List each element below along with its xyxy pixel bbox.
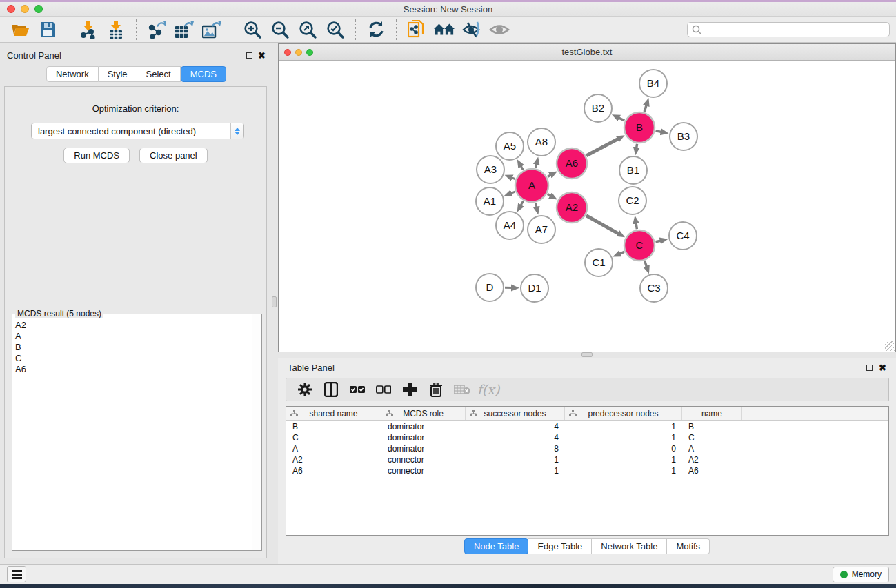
task-history-button[interactable] — [7, 566, 26, 582]
table-cell: C — [286, 433, 381, 443]
table-float-panel-icon[interactable] — [866, 365, 873, 371]
float-panel-icon[interactable] — [246, 52, 252, 59]
criterion-select[interactable]: largest connected component (directed) — [31, 123, 244, 139]
graph-edge-A-A1[interactable] — [510, 192, 515, 194]
control-panel-tabs: NetworkStyleSelectMCDS — [3, 66, 270, 82]
show-graphics-details-icon[interactable] — [489, 19, 510, 40]
zoom-fit-icon[interactable] — [297, 19, 318, 40]
save-session-icon[interactable] — [37, 19, 58, 40]
graph-edge-A-A2[interactable] — [548, 194, 551, 196]
graph-node-label: C2 — [626, 194, 639, 206]
export-table-icon[interactable] — [174, 19, 195, 40]
import-network-icon[interactable] — [78, 19, 99, 40]
table-row[interactable]: Bdominator41B — [286, 421, 888, 432]
tab-motifs[interactable]: Motifs — [667, 538, 710, 554]
zoom-out-icon[interactable] — [270, 19, 290, 40]
zoom-selected-icon[interactable] — [325, 19, 346, 40]
tab-network[interactable]: Network — [46, 66, 99, 82]
graph-edge-A-A5[interactable] — [521, 165, 524, 170]
search-input[interactable] — [701, 25, 885, 34]
import-table-icon[interactable] — [106, 19, 126, 40]
column-type-icon — [569, 410, 577, 417]
table-cell: 1 — [565, 455, 682, 465]
export-network-icon[interactable] — [146, 19, 167, 40]
optimization-criterion-label: Optimization criterion: — [5, 103, 266, 114]
graph-node-label: D1 — [528, 282, 541, 294]
table-row[interactable]: A6connector11A6 — [286, 465, 888, 476]
vertical-splitter-grip[interactable] — [272, 296, 277, 307]
column-header-successor-nodes[interactable]: successor nodes — [466, 407, 565, 420]
graph-edge-B-B4[interactable] — [644, 105, 646, 112]
show-all-panels-icon[interactable] — [434, 19, 455, 40]
tab-mcds[interactable]: MCDS — [181, 66, 226, 82]
tab-node-table[interactable]: Node Table — [464, 538, 529, 554]
select-all-columns-icon[interactable] — [348, 381, 366, 398]
graph-edge-A6-B[interactable] — [586, 139, 619, 156]
window-resize-grip[interactable] — [885, 341, 895, 351]
table-row[interactable]: A2connector11A2 — [286, 454, 888, 465]
refresh-layout-icon[interactable] — [366, 19, 386, 40]
graph-edge-B-B3[interactable] — [656, 131, 662, 132]
graph-edge-A-A7[interactable] — [536, 203, 537, 207]
mcds-result-item[interactable]: A — [15, 331, 252, 342]
create-column-plus-icon[interactable] — [401, 381, 419, 398]
close-panel-icon[interactable]: ✖ — [258, 51, 266, 60]
graph-edge-B-B1[interactable] — [637, 144, 637, 149]
graph-edge-C-C3[interactable] — [645, 261, 647, 267]
tab-select[interactable]: Select — [137, 66, 181, 82]
delete-column-trash-icon[interactable] — [427, 381, 445, 398]
graph-edge-A-A6[interactable] — [548, 174, 551, 176]
graph-edge-C-C2[interactable] — [636, 223, 637, 230]
search-field[interactable] — [687, 22, 890, 37]
export-image-icon[interactable] — [201, 19, 222, 40]
run-mcds-button[interactable]: Run MCDS — [63, 148, 130, 163]
tab-network-table[interactable]: Network Table — [592, 538, 667, 554]
graph-node-label: C1 — [592, 256, 605, 268]
table-cell: connector — [381, 455, 466, 465]
memory-button[interactable]: Memory — [833, 567, 889, 582]
network-canvas[interactable]: AA1A2A3A4A5A6A7A8BB1B2B3B4CC1C2C3C4DD1 — [279, 61, 895, 352]
mcds-result-item[interactable]: A2 — [15, 320, 252, 331]
mcds-result-item[interactable]: A6 — [15, 364, 252, 375]
horizontal-splitter-grip[interactable] — [581, 352, 593, 357]
column-header-MCDS-role[interactable]: MCDS role — [381, 407, 466, 420]
table-cell: A — [682, 444, 742, 454]
graph-edge-C-C1[interactable] — [619, 252, 624, 254]
table-cell: B — [286, 422, 381, 432]
tab-edge-table[interactable]: Edge Table — [528, 538, 592, 554]
graph-edge-C-C4[interactable] — [655, 241, 661, 242]
mcds-result-scrollbar[interactable] — [252, 314, 261, 550]
table-cell: dominator — [381, 422, 466, 432]
unselect-all-columns-icon[interactable] — [375, 381, 392, 398]
zoom-in-icon[interactable] — [242, 19, 263, 40]
column-browser-icon[interactable] — [322, 381, 340, 398]
control-panel-title: Control Panel — [7, 50, 61, 61]
graph-edge-A-A3[interactable] — [511, 177, 515, 179]
table-close-panel-icon[interactable]: ✖ — [879, 363, 886, 372]
graph-node-label: B2 — [592, 102, 604, 114]
open-session-icon[interactable] — [10, 19, 30, 40]
graph-edge-B-B2[interactable] — [618, 118, 624, 121]
tab-style[interactable]: Style — [99, 66, 137, 82]
close-panel-button[interactable]: Close panel — [139, 148, 208, 163]
column-header-name[interactable]: name — [682, 407, 742, 420]
mcds-result-item[interactable]: B — [15, 342, 252, 353]
table-cell: C — [682, 433, 742, 443]
table-cell: 4 — [466, 422, 565, 432]
column-header-shared-name[interactable]: shared name — [286, 407, 381, 420]
table-cell: B — [682, 422, 742, 432]
graph-node-label: A1 — [484, 195, 496, 207]
mcds-result-item[interactable]: C — [15, 353, 252, 364]
graph-edge-A-A4[interactable] — [520, 201, 523, 206]
table-row[interactable]: Cdominator41C — [286, 432, 888, 443]
column-header-predecessor-nodes[interactable]: predecessor nodes — [565, 407, 682, 420]
app-titlebar: Session: New Session — [0, 0, 896, 17]
graph-edge-A-A8[interactable] — [536, 163, 537, 168]
table-settings-gear-icon[interactable] — [296, 381, 314, 398]
network-window-titlebar[interactable]: testGlobe.txt — [279, 44, 895, 61]
hide-panels-icon[interactable] — [461, 19, 482, 40]
duplicate-network-icon[interactable] — [406, 19, 427, 40]
table-panel-header: Table Panel ✖ — [278, 358, 896, 376]
graph-edge-A2-C[interactable] — [586, 216, 619, 234]
table-row[interactable]: Adominator80A — [286, 443, 888, 454]
